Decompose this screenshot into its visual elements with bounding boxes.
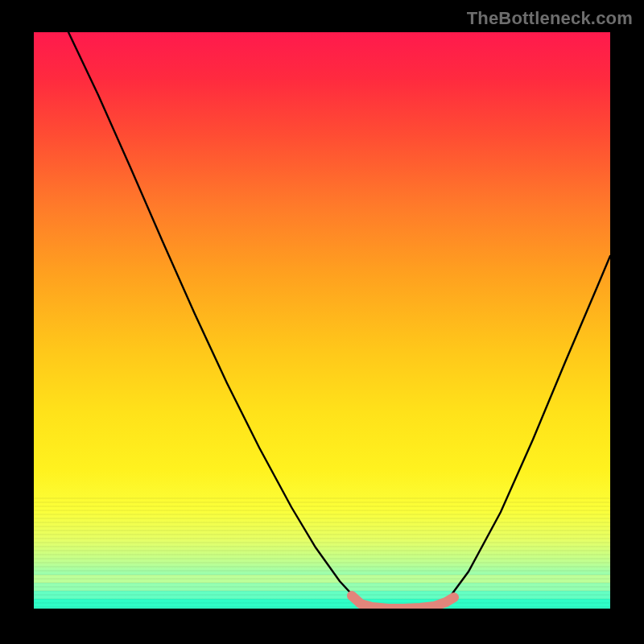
watermark-text: TheBottleneck.com bbox=[467, 8, 633, 29]
highlight-segment bbox=[352, 596, 454, 609]
chart-frame: TheBottleneck.com bbox=[0, 0, 644, 644]
plot-area bbox=[34, 32, 610, 609]
curve-svg bbox=[34, 32, 610, 609]
bottleneck-curve bbox=[68, 32, 610, 609]
